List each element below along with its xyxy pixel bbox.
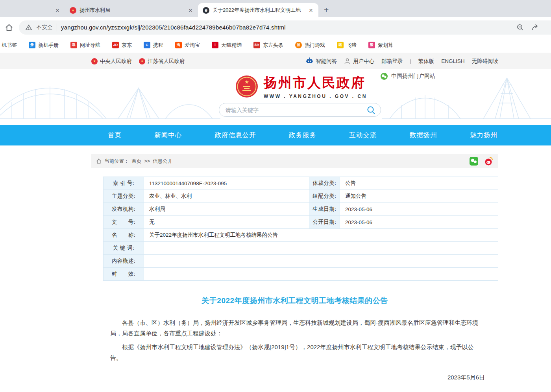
bookmark-favicon-icon: 猪	[337, 42, 344, 48]
link-central-gov[interactable]: ★ 中央人民政府	[91, 58, 132, 65]
nav-item-charm[interactable]: 魅力扬州	[470, 131, 497, 140]
content-container: 当前位置： 首页 >> 信息公开 索	[91, 154, 498, 392]
field-label: 公开日期:	[309, 216, 340, 229]
site-search-box	[219, 103, 381, 117]
field-value: 农业、林业、水利	[144, 190, 309, 203]
tab-close-icon[interactable]: ×	[188, 7, 193, 14]
share-icon[interactable]	[531, 24, 539, 31]
field-value: 11321000014407098E-2023-095	[144, 177, 309, 190]
bookmark-item[interactable]: 导网址导航	[70, 42, 100, 49]
browser-tab-bar: × ★ 扬州市水利局 × e 关于2022年度扬州市水利工程文明工地 × +	[0, 0, 551, 17]
field-value: 关于2022年度扬州市水利工程文明工地考核结果的公告	[144, 229, 498, 242]
field-label: 关 键 词:	[104, 242, 144, 255]
tab-close-icon[interactable]: ×	[55, 7, 60, 14]
bookmark-label: 网址导航	[80, 42, 100, 49]
omnibox-divider	[57, 24, 57, 31]
national-emblem-icon: ★	[235, 75, 258, 98]
gov-emblem-icon: ★	[139, 58, 145, 64]
browser-logo-favicon-icon: e	[203, 7, 209, 14]
field-value	[144, 255, 498, 268]
security-label[interactable]: 不安全	[36, 24, 53, 31]
link-smart-qa[interactable]: 智能问答	[306, 57, 337, 65]
field-value: 无	[144, 216, 309, 229]
gov-top-bar: ★ 中央人民政府 ★ 江苏省人民政府	[0, 53, 551, 69]
field-label: 生成日期:	[309, 203, 340, 216]
url-omnibox[interactable]: 不安全 yangzhou.gov.cn/yzszxxgk/slj/202305/…	[19, 20, 551, 35]
tab-title: 扬州市水利局	[80, 7, 185, 14]
bookmark-label: 新机手册	[38, 42, 59, 49]
bookmark-label: 飞猪	[346, 42, 357, 49]
tab-partial[interactable]: ×	[0, 3, 65, 17]
tab-active-announcement[interactable]: e 关于2022年度扬州市水利工程文明工地 ×	[198, 3, 318, 17]
link-accessible[interactable]: 无障碍阅读	[472, 58, 499, 65]
bookmark-item[interactable]: 聚聚划算	[368, 42, 393, 49]
site-logo[interactable]: ★ 扬州市人民政府 WWW . YANGZHOU . GOV . CN	[235, 74, 367, 99]
field-value: 通知公告	[340, 190, 498, 203]
bookmark-item[interactable]: T天猫精选	[212, 42, 242, 49]
article-date: 2023年5月6日	[91, 374, 485, 381]
field-value: 公告	[340, 177, 498, 190]
bookmark-item[interactable]: 机书签	[2, 42, 17, 49]
field-label: 索 引 号:	[104, 177, 144, 190]
link-mail-login[interactable]: 邮箱登录	[381, 58, 403, 65]
home-icon[interactable]	[5, 23, 13, 32]
nav-item-info-disclosure[interactable]: 政府信息公开	[215, 131, 256, 140]
breadcrumb-link-home[interactable]: 首页	[132, 158, 142, 165]
nav-item-data[interactable]: 数据扬州	[410, 131, 437, 140]
weibo-share-icon[interactable]	[484, 156, 494, 166]
bookmarks-bar: 机书签 册新机手册 导网址导航 JD京东 C携程 淘爱淘宝 T天猫精选 东方东方…	[0, 37, 551, 53]
url-text[interactable]: yangzhou.gov.cn/yzszxxgk/slj/202305/210c…	[61, 24, 512, 31]
new-tab-button[interactable]: +	[324, 5, 329, 15]
user-icon	[344, 58, 351, 64]
gov-link-label: 繁体版	[418, 58, 435, 65]
field-label: 主题分类:	[104, 190, 144, 203]
site-header: ★ 扬州市人民政府 WWW . YANGZHOU . GOV . CN 中国扬州…	[0, 69, 551, 125]
search-input[interactable]	[226, 107, 366, 113]
bookmark-item[interactable]: 淘爱淘宝	[175, 42, 200, 49]
nav-item-news[interactable]: 新闻中心	[154, 131, 182, 140]
bookmark-favicon-icon: C	[144, 42, 150, 48]
zoom-out-icon[interactable]	[516, 24, 524, 31]
link-user-center[interactable]: 用户中心	[344, 58, 374, 65]
field-label: 名 称:	[104, 229, 144, 242]
tab-shuiliju[interactable]: ★ 扬州市水利局 ×	[65, 3, 198, 17]
table-row: 主题分类: 农业、林业、水利 组配分类: 通知公告	[104, 190, 498, 203]
gov-emblem-favicon-icon: ★	[70, 7, 76, 14]
gov-link-label: 智能问答	[316, 58, 337, 65]
link-english[interactable]: ENGLISH	[441, 58, 464, 64]
main-nav: 首页 新闻中心 政府信息公开 政务服务 互动交流 数据扬州 魅力扬州	[0, 125, 551, 145]
bookmark-item[interactable]: 东方东方头条	[253, 42, 283, 49]
nav-item-interaction[interactable]: 互动交流	[349, 131, 377, 140]
bookmark-item[interactable]: 猪飞猪	[337, 42, 357, 49]
article-paragraph: 各县（市、区）水利（务）局，扬州经济开发区城乡事务管理局，生态科技新城规划建设局…	[110, 318, 479, 339]
bookmark-item[interactable]: C携程	[144, 42, 163, 49]
tab-close-icon[interactable]: ×	[308, 7, 314, 14]
portal-label: 中国扬州门户网站	[391, 73, 435, 80]
bookmark-label: 天猫精选	[221, 42, 242, 49]
table-row: 名 称: 关于2022年度扬州市水利工程文明工地考核结果的公告	[104, 229, 498, 242]
wechat-share-icon[interactable]	[469, 156, 479, 166]
bookmark-item[interactable]: 册新机手册	[29, 42, 59, 49]
bookmark-item[interactable]: JD京东	[112, 42, 132, 49]
nav-item-home[interactable]: 首页	[108, 131, 122, 140]
bookmark-item[interactable]: 游热门游戏	[295, 42, 325, 49]
nav-item-services[interactable]: 政务服务	[289, 131, 316, 140]
bookmark-favicon-icon: 游	[295, 42, 302, 48]
bookmark-label: 聚划算	[378, 42, 393, 49]
bookmark-favicon-icon: 淘	[175, 42, 182, 48]
search-icon[interactable]	[366, 105, 376, 115]
bookmark-label: 东方头条	[263, 42, 283, 49]
link-traditional[interactable]: 繁体版	[418, 58, 435, 65]
field-value: 2023-05-06	[340, 216, 498, 229]
gov-link-label: 中央人民政府	[100, 58, 132, 65]
bookmark-label: 机书签	[2, 42, 17, 49]
table-row: 文 号: 无 公开日期: 2023-05-06	[104, 216, 498, 229]
bookmark-favicon-icon: 册	[29, 42, 35, 48]
breadcrumb-link-current[interactable]: 信息公开	[153, 158, 172, 165]
field-value: 水利局	[144, 203, 309, 216]
portal-link[interactable]: 中国扬州门户网站	[380, 72, 435, 80]
gov-emblem-icon: ★	[91, 58, 98, 64]
gov-link-label: ENGLISH	[441, 58, 464, 64]
breadcrumb-prefix: 当前位置：	[104, 158, 129, 165]
link-jiangsu-gov[interactable]: ★ 江苏省人民政府	[139, 58, 185, 65]
